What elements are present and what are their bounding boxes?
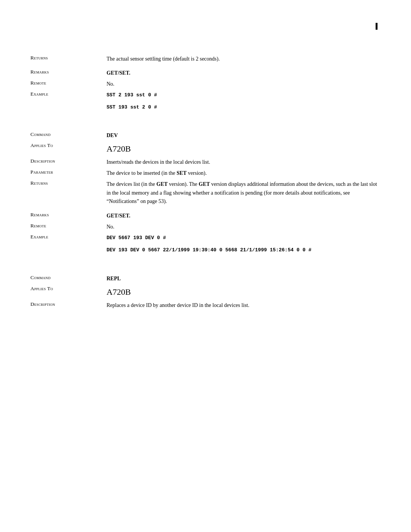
row-label: Remote	[30, 223, 46, 228]
code-example-block: SST 2 193 sst 0 #	[107, 91, 381, 99]
row-label: Remarks	[30, 212, 49, 217]
row-label: Command	[30, 275, 51, 280]
code-example-block: SST 193 sst 2 0 #	[107, 103, 381, 112]
chapter-bar	[376, 23, 378, 30]
row-value: DEV	[107, 131, 381, 139]
row-label: Command	[30, 131, 51, 137]
content-area: ReturnsThe actual sensor settling time (…	[30, 46, 381, 311]
row-label: Example	[30, 234, 48, 240]
applies-to-value: A720B	[107, 286, 381, 298]
table-row: Applies ToA720B	[30, 284, 381, 300]
table-row: ParameterThe device to be inserted (in t…	[30, 168, 381, 179]
table-row: RemoteNo.	[30, 78, 381, 89]
row-label: Remote	[30, 80, 46, 86]
row-value: The devices list (in the GET version). T…	[107, 180, 381, 206]
row-value: GET/SET.	[107, 69, 381, 77]
table-row: Applies ToA720B	[30, 141, 381, 157]
row-value: Replaces a device ID by another device I…	[107, 301, 381, 309]
row-value: REPL	[107, 275, 381, 283]
page: ReturnsThe actual sensor settling time (…	[0, 0, 411, 532]
table-row: RemarksGET/SET.	[30, 67, 381, 78]
code-example-block: DEV 5667 193 DEV 0 #	[107, 234, 381, 242]
content-table: ReturnsThe actual sensor settling time (…	[30, 46, 381, 311]
row-label: Returns	[30, 55, 48, 61]
table-row: CommandDEV	[30, 130, 381, 141]
table-row: CommandREPL	[30, 273, 381, 284]
code-example-block: DEV 193 DEV 0 5667 22/1/1999 19:39:40 0 …	[107, 246, 381, 254]
table-row: RemoteNo.	[30, 221, 381, 232]
table-row: ExampleSST 2 193 sst 0 #SST 193 sst 2 0 …	[30, 89, 381, 118]
row-label: Description	[30, 158, 55, 164]
applies-to-value: A720B	[107, 142, 381, 155]
row-label: Example	[30, 91, 48, 97]
row-value: No.	[107, 223, 381, 231]
row-value: The device to be inserted (in the SET ve…	[107, 169, 381, 177]
row-value: No.	[107, 80, 381, 88]
table-row: RemarksGET/SET.	[30, 210, 381, 221]
row-value: Inserts/reads the devices in the local d…	[107, 158, 381, 166]
table-row: ExampleDEV 5667 193 DEV 0 #DEV 193 DEV 0…	[30, 232, 381, 261]
page-header	[30, 23, 381, 30]
table-row: DescriptionInserts/reads the devices in …	[30, 157, 381, 168]
table-row: DescriptionReplaces a device ID by anoth…	[30, 300, 381, 311]
row-label: Parameter	[30, 169, 53, 175]
row-label: Applies To	[30, 286, 53, 291]
row-label: Description	[30, 301, 55, 307]
row-label: Remarks	[30, 69, 49, 75]
table-row: ReturnsThe actual sensor settling time (…	[30, 53, 381, 64]
table-row: ReturnsThe devices list (in the GET vers…	[30, 179, 381, 207]
row-label: Applies To	[30, 142, 53, 148]
chapter-info	[373, 23, 381, 30]
row-value: The actual sensor settling time (default…	[107, 55, 381, 63]
row-label: Returns	[30, 180, 48, 186]
row-value: GET/SET.	[107, 212, 381, 220]
